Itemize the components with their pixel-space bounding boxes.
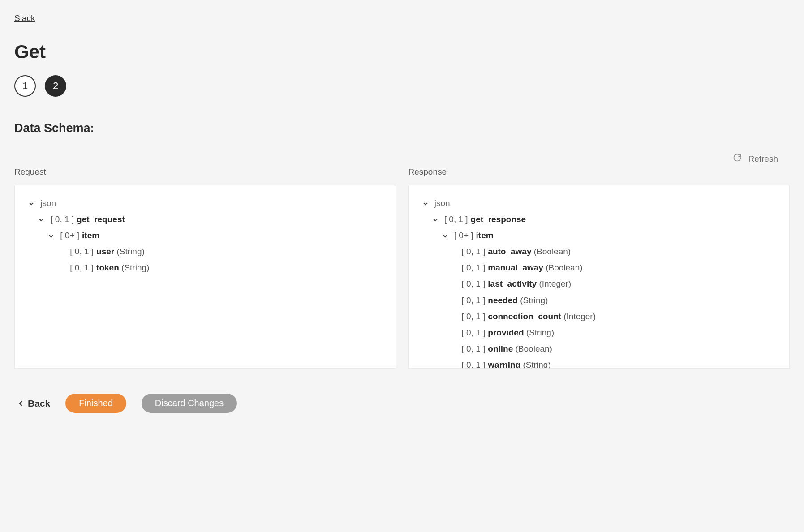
tree-toggle[interactable] <box>47 233 55 239</box>
tree-leaf[interactable]: [ 0, 1 ]online (Boolean) <box>451 341 777 357</box>
refresh-button[interactable]: Refresh <box>733 153 778 164</box>
request-panel: Request json [ 0, 1 ]get_request <box>14 167 396 369</box>
tree-leaf[interactable]: [ 0, 1 ]last_activity (Integer) <box>451 276 777 292</box>
tree-toggle[interactable] <box>441 233 449 239</box>
tree-leaf[interactable]: [ 0, 1 ]connection_count (Integer) <box>451 309 777 325</box>
tree-leaf[interactable]: [ 0, 1 ]warning (String) <box>451 357 777 369</box>
step-connector <box>36 86 45 86</box>
tree-toggle[interactable] <box>421 201 430 206</box>
refresh-label: Refresh <box>748 154 778 164</box>
stepper: 1 2 <box>14 75 790 97</box>
back-button[interactable]: Back <box>19 398 50 409</box>
tree-node-get-request[interactable]: [ 0, 1 ]get_request <box>50 215 125 224</box>
request-panel-body: json [ 0, 1 ]get_request [ 0+ ]item <box>14 185 396 369</box>
response-panel-body: json [ 0, 1 ]get_response [ 0+ ]item <box>408 185 790 369</box>
step-2[interactable]: 2 <box>45 75 66 97</box>
tree-node-item[interactable]: [ 0+ ]item <box>60 231 99 240</box>
tree-toggle[interactable] <box>37 217 45 223</box>
tree-leaf[interactable]: [ 0, 1 ]token (String) <box>57 260 383 276</box>
discard-changes-button[interactable]: Discard Changes <box>142 394 237 413</box>
tree-leaf[interactable]: [ 0, 1 ]auto_away (Boolean) <box>451 244 777 260</box>
refresh-icon <box>733 153 742 164</box>
back-label: Back <box>28 398 50 409</box>
tree-leaf[interactable]: [ 0, 1 ]needed (String) <box>451 292 777 309</box>
page-title: Get <box>14 41 790 63</box>
footer-actions: Back Finished Discard Changes <box>14 394 790 413</box>
chevron-left-icon <box>19 398 23 409</box>
breadcrumb-slack[interactable]: Slack <box>14 13 35 23</box>
tree-toggle[interactable] <box>27 201 35 206</box>
tree-root-label: json <box>40 198 56 208</box>
tree-toggle[interactable] <box>431 217 439 223</box>
tree-root-label: json <box>434 198 450 208</box>
finished-button[interactable]: Finished <box>65 394 126 413</box>
request-panel-label: Request <box>14 167 396 177</box>
step-1[interactable]: 1 <box>14 75 36 97</box>
response-panel-label: Response <box>408 167 790 177</box>
tree-leaf[interactable]: [ 0, 1 ]manual_away (Boolean) <box>451 260 777 276</box>
response-panel: Response json [ 0, 1 ]get_response <box>408 167 790 369</box>
tree-node-get-response[interactable]: [ 0, 1 ]get_response <box>444 215 526 224</box>
tree-leaf[interactable]: [ 0, 1 ]provided (String) <box>451 325 777 341</box>
section-title-data-schema: Data Schema: <box>14 121 790 135</box>
tree-node-item[interactable]: [ 0+ ]item <box>454 231 494 240</box>
tree-leaf[interactable]: [ 0, 1 ]user (String) <box>57 244 383 260</box>
